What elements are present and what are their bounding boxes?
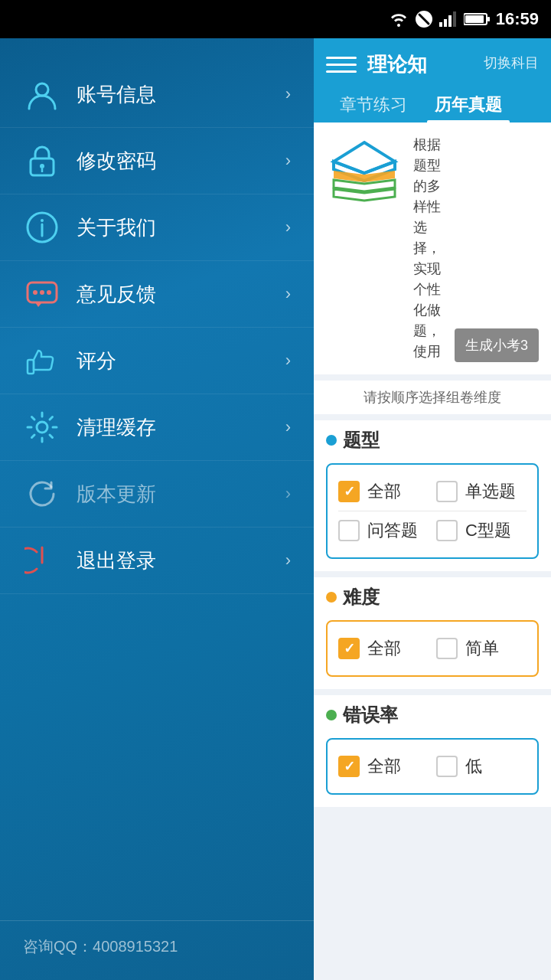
- checkbox-type-all[interactable]: [338, 481, 360, 502]
- section-type-title: 题型: [326, 428, 539, 452]
- checkbox-type-single[interactable]: [436, 481, 458, 502]
- svg-point-18: [40, 290, 44, 295]
- banner-button[interactable]: 生成小考3: [455, 328, 539, 362]
- user-icon: [23, 75, 61, 113]
- gear-icon: [23, 408, 61, 446]
- svg-point-14: [41, 219, 44, 222]
- error-rate-checkbox-grid: 全部 低: [326, 738, 539, 795]
- checkbox-difficulty-easy[interactable]: [436, 638, 458, 659]
- svg-point-11: [40, 164, 44, 168]
- error-rate-all[interactable]: 全部: [338, 755, 429, 778]
- sidebar-item-logout[interactable]: 退出登录 ›: [0, 528, 314, 594]
- checkbox-error-rate-low[interactable]: [436, 756, 458, 777]
- sidebar-label-update: 版本更新: [77, 481, 285, 508]
- label-type-c: C型题: [465, 519, 511, 542]
- panel-title: 理论知: [367, 51, 484, 78]
- type-row-1: 全部 单选题: [338, 472, 527, 511]
- signal-icon: [439, 11, 458, 27]
- chat-icon: [23, 275, 61, 313]
- sidebar-item-rate[interactable]: 评分 ›: [0, 328, 314, 394]
- section-error-rate-title: 错误率: [326, 703, 539, 727]
- checkbox-difficulty-all[interactable]: [338, 638, 360, 659]
- label-type-qa: 问答题: [367, 519, 418, 542]
- stack-icon: [326, 135, 403, 211]
- tab-chapter[interactable]: 章节练习: [326, 87, 421, 122]
- sidebar-item-cache[interactable]: 清理缓存 ›: [0, 394, 314, 461]
- sidebar-label-rate: 评分: [77, 348, 285, 374]
- panel-tabs: 章节练习 历年真题: [326, 87, 539, 122]
- sidebar-item-update[interactable]: 版本更新 ›: [0, 461, 314, 528]
- svg-rect-5: [453, 11, 456, 27]
- blocked-icon: [415, 10, 433, 28]
- wifi-icon: [389, 11, 409, 27]
- battery-icon: [464, 12, 490, 26]
- sidebar: 账号信息 › 修改密码 › 关于我们 ›: [0, 38, 314, 980]
- refresh-icon: [23, 475, 61, 513]
- svg-rect-20: [28, 360, 34, 374]
- panel-content: 根据题型的多样性选择，实现个性化做题，使用 生成小考3 请按顺序选择组卷维度 题…: [314, 122, 551, 980]
- banner-area: 根据题型的多样性选择，实现个性化做题，使用 生成小考3: [314, 122, 551, 374]
- section-type: 题型 全部 单选题 问: [314, 420, 551, 571]
- type-qa[interactable]: 问答题: [338, 519, 429, 542]
- sidebar-item-account[interactable]: 账号信息 ›: [0, 61, 314, 128]
- sidebar-label-logout: 退出登录: [77, 547, 285, 574]
- checkbox-type-c[interactable]: [436, 520, 458, 541]
- hamburger-button[interactable]: [326, 49, 357, 80]
- arrow-icon-feedback: ›: [285, 284, 291, 304]
- checkbox-type-qa[interactable]: [338, 520, 360, 541]
- sidebar-item-feedback[interactable]: 意见反馈 ›: [0, 261, 314, 328]
- arrow-icon-cache: ›: [285, 417, 291, 437]
- type-single[interactable]: 单选题: [436, 480, 527, 503]
- sidebar-label-cache: 清理缓存: [77, 414, 285, 441]
- section-error-rate: 错误率 全部 低: [314, 695, 551, 807]
- section-heading-type: 题型: [343, 428, 380, 452]
- panel-subtitle: 切换科目: [484, 54, 539, 72]
- section-heading-error-rate: 错误率: [343, 703, 398, 727]
- svg-rect-8: [465, 15, 484, 23]
- arrow-icon-account: ›: [285, 84, 291, 104]
- label-type-all: 全部: [367, 480, 401, 503]
- label-type-single: 单选题: [465, 480, 516, 503]
- sidebar-item-about[interactable]: 关于我们 ›: [0, 194, 314, 261]
- type-all[interactable]: 全部: [338, 480, 429, 503]
- hamburger-line-3: [326, 70, 357, 73]
- power-icon: [23, 541, 61, 580]
- sidebar-item-password[interactable]: 修改密码 ›: [0, 128, 314, 194]
- label-error-rate-all: 全部: [367, 755, 401, 778]
- svg-rect-3: [444, 19, 447, 27]
- checkbox-error-rate-all[interactable]: [338, 756, 360, 777]
- difficulty-all[interactable]: 全部: [338, 637, 429, 660]
- info-icon: [23, 208, 61, 247]
- svg-marker-23: [334, 142, 395, 173]
- hamburger-line-1: [326, 57, 357, 59]
- sidebar-label-password: 修改密码: [77, 148, 285, 175]
- error-rate-low[interactable]: 低: [436, 755, 527, 778]
- label-difficulty-all: 全部: [367, 637, 401, 660]
- sidebar-footer: 咨询QQ：4008915321: [0, 920, 314, 980]
- status-icons: 16:59: [389, 9, 539, 29]
- tab-history[interactable]: 历年真题: [421, 87, 516, 122]
- difficulty-easy[interactable]: 简单: [436, 637, 527, 660]
- sidebar-label-account: 账号信息: [77, 81, 285, 108]
- svg-rect-4: [448, 15, 452, 27]
- label-difficulty-easy: 简单: [465, 637, 499, 660]
- panel-header: 理论知 切换科目 章节练习 历年真题: [314, 38, 551, 122]
- sidebar-label-about: 关于我们: [77, 214, 285, 241]
- hamburger-line-2: [326, 64, 357, 66]
- banner-text: 根据题型的多样性选择，实现个性化做题，使用: [413, 135, 444, 362]
- right-panel: 理论知 切换科目 章节练习 历年真题: [314, 38, 551, 980]
- svg-point-19: [47, 290, 51, 295]
- svg-rect-7: [487, 17, 490, 21]
- arrow-icon-update: ›: [285, 484, 291, 504]
- section-dot-error-rate: [326, 710, 337, 720]
- svg-rect-2: [439, 22, 442, 27]
- type-c[interactable]: C型题: [436, 519, 527, 542]
- arrow-icon-password: ›: [285, 151, 291, 171]
- status-time: 16:59: [496, 9, 539, 29]
- arrow-icon-logout: ›: [285, 550, 291, 570]
- panel-header-top: 理论知 切换科目: [326, 49, 539, 80]
- difficulty-checkbox-grid: 全部 简单: [326, 620, 539, 677]
- section-dot-type: [326, 435, 337, 446]
- arrow-icon-about: ›: [285, 217, 291, 237]
- thumb-icon: [23, 341, 61, 380]
